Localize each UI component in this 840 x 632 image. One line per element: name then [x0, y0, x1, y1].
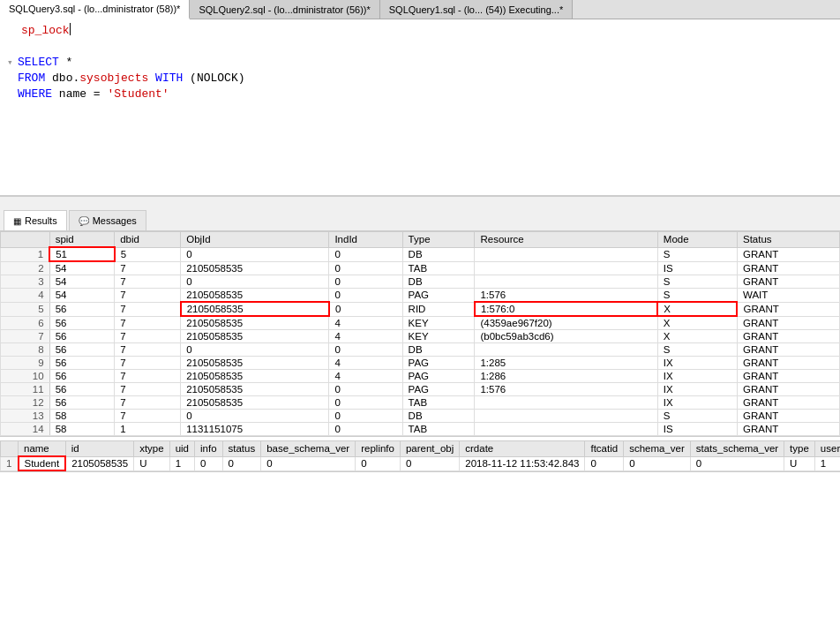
cell-resource: [475, 410, 657, 423]
cell-indid: 0: [329, 343, 402, 357]
cell-spid: 54: [49, 261, 115, 275]
col-dbid: dbid: [115, 232, 181, 248]
messages-icon: 💬: [79, 216, 89, 226]
table-row: 354700DBSGRANT: [1, 275, 840, 289]
cell-type: DB: [402, 410, 475, 423]
cell-type: DB: [402, 247, 475, 261]
table-row: 1056721050585354PAG1:286IXGRANT: [1, 370, 840, 383]
cell-type: PAG: [402, 357, 475, 370]
bot-col-parent-obj: parent_obj: [400, 441, 459, 457]
bottom-table-body: 1Student2105058535U1000002018-11-12 11:5…: [1, 456, 841, 470]
cell-objid: 2105058535: [181, 396, 329, 410]
cell-resource: [475, 343, 657, 357]
table-row: 556721050585350RID1:576:0XGRANT: [1, 302, 840, 316]
cell-status: GRANT: [737, 410, 839, 423]
cell-type: RID: [402, 302, 475, 316]
cell-type: DB: [402, 275, 475, 289]
cell-indid: 0: [329, 302, 402, 316]
cell-objid: 0: [181, 275, 329, 289]
tab-results[interactable]: ▦ Results: [4, 210, 67, 230]
cell-objid: 2105058535: [181, 261, 329, 275]
cell-spid: 56: [49, 302, 115, 316]
bot-col-usersta: usersta: [814, 441, 840, 457]
cell-spid: 51: [49, 247, 115, 261]
row-number: 8: [1, 343, 50, 357]
bot-info: 0: [194, 456, 222, 470]
cell-dbid: 5: [115, 247, 181, 261]
cell-status: WAIT: [737, 289, 839, 303]
cell-dbid: 7: [115, 289, 181, 303]
main-results-grid: spid dbid ObjId IndId Type Resource Mode…: [0, 231, 840, 437]
cell-mode: IS: [657, 423, 737, 436]
cell-resource: [475, 396, 657, 410]
cell-type: PAG: [402, 383, 475, 396]
col-spid: spid: [49, 232, 115, 248]
cell-indid: 0: [329, 396, 402, 410]
cell-type: PAG: [402, 289, 475, 303]
cell-dbid: 7: [115, 302, 181, 316]
cell-status: GRANT: [737, 423, 839, 436]
hscrollbar[interactable]: [0, 196, 840, 208]
tab-sqlquery3[interactable]: SQLQuery3.sql - (lo...dministrator (58))…: [0, 0, 190, 19]
cell-indid: 0: [329, 423, 402, 436]
cell-mode: IX: [657, 357, 737, 370]
code-splock: sp_lock: [21, 23, 70, 39]
cell-objid: 2105058535: [181, 302, 329, 316]
cell-spid: 56: [49, 316, 115, 330]
bot-col-rownum: [1, 441, 19, 457]
bot-col-schema-ver: schema_ver: [624, 441, 691, 457]
cell-resource: [475, 261, 657, 275]
cell-dbid: 7: [115, 261, 181, 275]
tab-sqlquery1[interactable]: SQLQuery1.sql - (lo... (54)) Executing..…: [380, 0, 573, 19]
cell-indid: 0: [329, 410, 402, 423]
table-row: 956721050585354PAG1:285IXGRANT: [1, 357, 840, 370]
col-resource: Resource: [475, 232, 657, 248]
main-table-header: spid dbid ObjId IndId Type Resource Mode…: [1, 232, 840, 248]
cell-indid: 0: [329, 275, 402, 289]
cell-status: GRANT: [737, 302, 839, 316]
cell-mode: IS: [657, 261, 737, 275]
editor-line-empty: [7, 102, 833, 118]
editor-area[interactable]: sp_lock ▾ SELECT * FROM dbo.sysobjects W…: [0, 19, 840, 196]
bot-parent-obj: 0: [400, 456, 459, 470]
table-row: 856700DBSGRANT: [1, 343, 840, 357]
cell-indid: 4: [329, 330, 402, 343]
cell-resource: (4359ae967f20): [475, 316, 657, 330]
cell-resource: 1:576: [475, 383, 657, 396]
tab-sqlquery2[interactable]: SQLQuery2.sql - (lo...dministrator (56))…: [190, 0, 379, 19]
cell-resource: 1:286: [475, 370, 657, 383]
bot-crdate: 2018-11-12 11:53:42.843: [460, 456, 585, 470]
cell-spid: 54: [49, 275, 115, 289]
cell-indid: 4: [329, 370, 402, 383]
cell-dbid: 7: [115, 316, 181, 330]
cell-status: GRANT: [737, 316, 839, 330]
bot-col-xtype: xtype: [134, 441, 170, 457]
cell-type: TAB: [402, 396, 475, 410]
cell-type: PAG: [402, 370, 475, 383]
bot-schema-ver: 0: [624, 456, 691, 470]
bot-rownum: 1: [1, 456, 19, 470]
collapse-select[interactable]: ▾: [7, 55, 18, 71]
cell-dbid: 1: [115, 423, 181, 436]
row-number: 10: [1, 370, 50, 383]
cell-type: DB: [402, 343, 475, 357]
table-row: 656721050585354KEY(4359ae967f20)XGRANT: [1, 316, 840, 330]
cell-dbid: 7: [115, 396, 181, 410]
main-table: spid dbid ObjId IndId Type Resource Mode…: [0, 231, 840, 436]
row-number: 5: [1, 302, 50, 316]
bot-col-uid: uid: [169, 441, 194, 457]
table-row: 1156721050585350PAG1:576IXGRANT: [1, 383, 840, 396]
cell-mode: IX: [657, 383, 737, 396]
tab-messages[interactable]: 💬 Messages: [69, 210, 146, 230]
bot-status: 0: [222, 456, 261, 470]
bot-xtype: U: [134, 456, 170, 470]
cell-indid: 0: [329, 289, 402, 303]
cell-status: GRANT: [737, 357, 839, 370]
cell-dbid: 7: [115, 275, 181, 289]
col-rownum: [1, 232, 50, 248]
bottom-results-grid: name id xtype uid info status base_schem…: [0, 440, 840, 472]
cell-resource: 1:576: [475, 289, 657, 303]
cell-spid: 56: [49, 357, 115, 370]
cell-objid: 2105058535: [181, 357, 329, 370]
code-where: WHERE name = 'Student': [18, 87, 169, 102]
